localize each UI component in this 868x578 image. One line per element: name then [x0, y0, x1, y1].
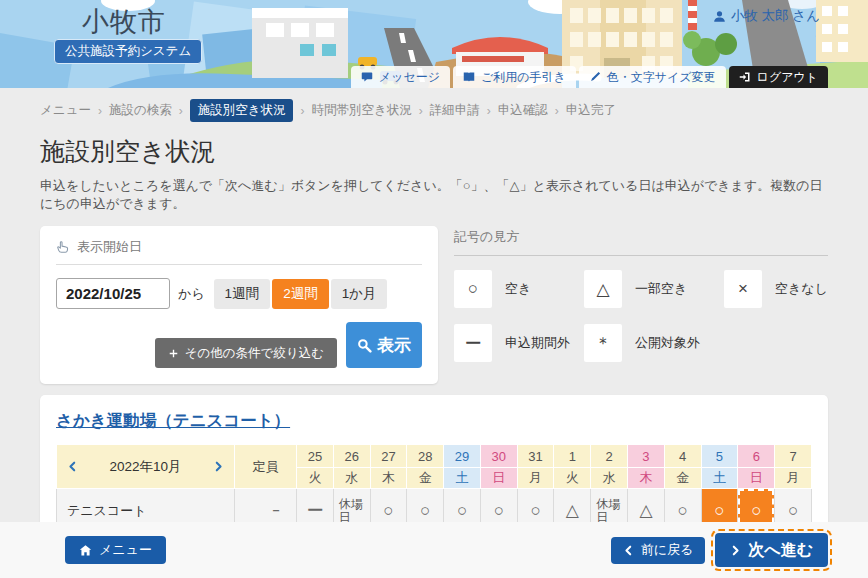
- display-settings-label: 色・文字サイズ変更: [607, 69, 716, 86]
- panel-actions: その他の条件で絞り込む 表示: [56, 322, 422, 368]
- chevron-left-icon: [67, 461, 78, 472]
- city-name: 小牧市: [82, 4, 166, 40]
- breadcrumb-item[interactable]: 申込確認: [498, 102, 548, 119]
- breadcrumb-item: 施設別空き状況: [190, 99, 294, 122]
- day-of-week-cell: 土: [701, 468, 738, 489]
- page-title: 施設別空き状況: [40, 135, 828, 168]
- menu-button[interactable]: メニュー: [65, 536, 166, 564]
- legend-symbol: ○: [454, 270, 492, 308]
- message-button[interactable]: メッセージ: [351, 66, 450, 88]
- day-number-cell: 30: [480, 445, 517, 468]
- day-number-cell: 2: [591, 445, 628, 468]
- chevron-right-icon: [213, 461, 224, 472]
- menu-button-label: メニュー: [99, 541, 152, 559]
- day-number-cell: 29: [444, 445, 481, 468]
- day-number-row: 2022年10月 定員 252627282930311234567: [57, 445, 812, 468]
- day-of-week-cell: 金: [664, 468, 701, 489]
- breadcrumb-separator: ›: [487, 104, 491, 118]
- legend-label: 一部空き: [635, 280, 687, 298]
- day-number-cell: 7: [775, 445, 812, 468]
- start-date-panel: 表示開始日 から 1週間2週間1か月 その他の条件で絞り込む 表示: [40, 226, 438, 384]
- capacity-header: 定員: [235, 445, 297, 489]
- day-of-week-cell: 火: [297, 468, 334, 489]
- back-button[interactable]: 前に戻る: [611, 537, 706, 564]
- day-number-cell: 1: [554, 445, 591, 468]
- day-number-cell: 27: [370, 445, 407, 468]
- control-panels: 表示開始日 から 1週間2週間1か月 その他の条件で絞り込む 表示 記号の見方 …: [40, 226, 828, 384]
- month-label: 2022年10月: [109, 458, 181, 476]
- day-of-week-cell: 水: [591, 468, 628, 489]
- logout-button[interactable]: ログアウト: [729, 66, 828, 88]
- chevron-right-icon: [730, 545, 741, 556]
- header: 小牧市 公共施設予約システム 小牧 太郎 さん メッセージご利用の手引き色・文字…: [0, 0, 868, 88]
- plus-icon: [168, 348, 179, 359]
- legend-grid: ○空き△一部空き×空きなしー申込期間外＊公開対象外: [454, 270, 828, 362]
- day-number-cell: 4: [664, 445, 701, 468]
- home-icon: [79, 544, 92, 557]
- breadcrumb-item[interactable]: 申込完了: [566, 102, 616, 119]
- message-label: メッセージ: [379, 69, 440, 86]
- day-of-week-cell: 木: [370, 468, 407, 489]
- legend-symbol: △: [584, 270, 622, 308]
- breadcrumb-item[interactable]: 施設の検索: [109, 102, 172, 119]
- start-date-label: 表示開始日: [77, 238, 142, 256]
- period-option-button[interactable]: 1週間: [214, 279, 271, 309]
- start-date-input[interactable]: [56, 278, 170, 309]
- month-header-cell: 2022年10月: [57, 445, 235, 489]
- legend-symbol: ＊: [584, 324, 622, 362]
- brush-icon: [589, 71, 601, 83]
- next-month-button[interactable]: [213, 461, 224, 472]
- day-number-cell: 6: [738, 445, 775, 468]
- breadcrumb-item[interactable]: 時間帯別空き状況: [311, 102, 411, 119]
- day-number-cell: 5: [701, 445, 738, 468]
- footer-right-buttons: 前に戻る 次へ進む: [611, 533, 828, 567]
- legend-title: 記号の見方: [454, 228, 828, 256]
- logout-icon: [739, 71, 751, 83]
- breadcrumb-separator: ›: [555, 104, 559, 118]
- breadcrumb-separator: ›: [98, 104, 102, 118]
- breadcrumb-item[interactable]: 詳細申請: [430, 102, 480, 119]
- legend-label: 空きなし: [775, 280, 828, 298]
- user-guide-label: ご利用の手引き: [481, 69, 566, 86]
- filter-conditions-label: その他の条件で絞り込む: [185, 345, 324, 362]
- user-guide-button[interactable]: ご利用の手引き: [453, 66, 576, 88]
- breadcrumb-separator: ›: [179, 104, 183, 118]
- next-button-label: 次へ進む: [748, 540, 813, 561]
- day-of-week-cell: 水: [333, 468, 370, 489]
- person-icon: [713, 10, 726, 23]
- logged-in-user: 小牧 太郎 さん: [713, 7, 820, 25]
- start-date-panel-header: 表示開始日: [56, 238, 422, 265]
- display-button-label: 表示: [377, 334, 411, 357]
- legend-item: ×空きなし: [724, 270, 828, 308]
- system-name-badge: 公共施設予約システム: [54, 39, 202, 64]
- period-option-button[interactable]: 1か月: [331, 279, 388, 309]
- legend-label: 申込期間外: [505, 334, 570, 352]
- facility-name-link[interactable]: さかき運動場（テニスコート）: [56, 410, 290, 432]
- day-of-week-cell: 土: [444, 468, 481, 489]
- breadcrumb: メニュー›施設の検索›施設別空き状況›時間帯別空き状況›詳細申請›申込確認›申込…: [40, 99, 828, 122]
- footer-bar: メニュー 前に戻る 次へ進む: [0, 522, 868, 578]
- logout-label: ログアウト: [757, 69, 818, 86]
- day-number-cell: 26: [333, 445, 370, 468]
- legend-label: 公開対象外: [635, 334, 700, 352]
- day-of-week-cell: 日: [480, 468, 517, 489]
- period-option-button[interactable]: 2週間: [272, 279, 329, 309]
- day-of-week-cell: 月: [517, 468, 554, 489]
- next-button[interactable]: 次へ進む: [715, 533, 828, 567]
- filter-conditions-button[interactable]: その他の条件で絞り込む: [155, 338, 337, 368]
- display-button[interactable]: 表示: [346, 322, 422, 368]
- day-number-cell: 31: [517, 445, 554, 468]
- display-settings-button[interactable]: 色・文字サイズ変更: [579, 66, 726, 88]
- legend-item: ー申込期間外: [454, 324, 584, 362]
- legend-panel: 記号の見方 ○空き△一部空き×空きなしー申込期間外＊公開対象外: [454, 226, 828, 362]
- breadcrumb-item[interactable]: メニュー: [40, 102, 91, 119]
- legend-item: ○空き: [454, 270, 584, 308]
- book-icon: [463, 71, 475, 83]
- chevron-left-icon: [623, 545, 634, 556]
- legend-symbol: ー: [454, 324, 492, 362]
- prev-month-button[interactable]: [67, 461, 78, 472]
- day-of-week-cell: 月: [775, 468, 812, 489]
- legend-symbol: ×: [724, 270, 762, 308]
- day-of-week-cell: 日: [738, 468, 775, 489]
- breadcrumb-separator: ›: [300, 104, 304, 118]
